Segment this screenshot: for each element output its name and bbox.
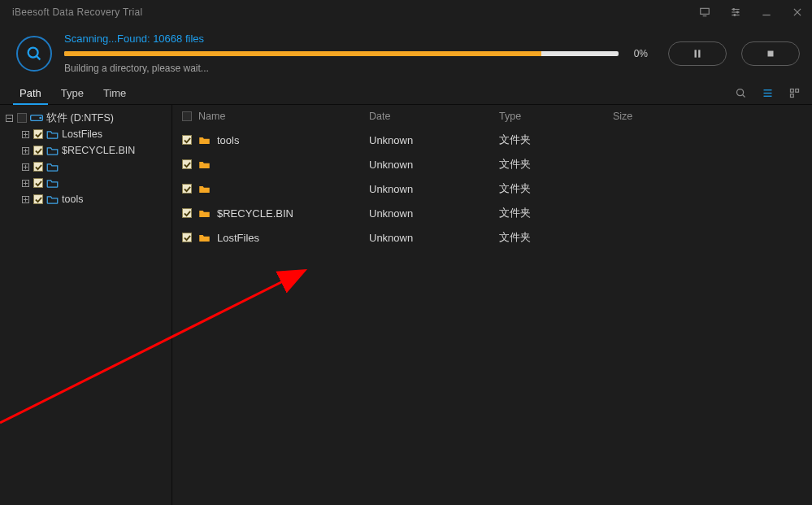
folder-icon	[198, 184, 211, 194]
tree-checkbox[interactable]	[33, 162, 43, 172]
list-item[interactable]: Unknown 文件夹	[172, 176, 812, 201]
row-type: 文件夹	[499, 181, 613, 196]
column-name[interactable]: Name	[198, 111, 225, 122]
settings-icon[interactable]	[729, 6, 742, 19]
svg-point-26	[40, 117, 41, 118]
tree-item[interactable]: tools	[3, 191, 168, 207]
tab-type-label: Type	[61, 87, 84, 99]
folder-icon	[46, 129, 59, 139]
tree-checkbox[interactable]	[33, 129, 43, 139]
tree-item[interactable]	[3, 175, 168, 191]
scan-progress-fill	[64, 51, 541, 56]
row-checkbox[interactable]	[182, 208, 192, 218]
scan-status-text: Scanning...Found: 10668 files	[64, 33, 648, 45]
expand-icon[interactable]	[21, 179, 30, 188]
row-checkbox[interactable]	[182, 184, 192, 194]
scan-progress-bar	[64, 51, 619, 56]
tree-item-label: $RECYCLE.BIN	[62, 145, 135, 156]
folder-icon	[46, 178, 59, 188]
folder-icon	[46, 162, 59, 172]
expand-icon[interactable]	[21, 195, 30, 204]
folder-icon	[198, 135, 211, 145]
export-icon[interactable]	[698, 6, 711, 19]
column-type[interactable]: Type	[499, 111, 613, 122]
tab-path-label: Path	[20, 87, 41, 99]
folder-icon	[46, 194, 59, 204]
search-icon[interactable]	[735, 87, 747, 99]
list-item[interactable]: $RECYCLE.BIN Unknown 文件夹	[172, 201, 812, 225]
row-checkbox[interactable]	[182, 135, 192, 145]
svg-rect-12	[695, 50, 697, 57]
svg-line-11	[37, 55, 40, 59]
row-name: LostFiles	[217, 232, 259, 244]
tree-checkbox[interactable]	[33, 178, 43, 188]
pause-button[interactable]	[668, 41, 727, 66]
svg-rect-0	[701, 8, 710, 14]
minimize-button[interactable]	[760, 6, 773, 19]
tree-root-checkbox[interactable]	[17, 113, 27, 123]
row-name: tools	[217, 134, 239, 146]
svg-point-5	[736, 11, 738, 13]
stop-button[interactable]	[741, 41, 800, 66]
list-item[interactable]: Unknown 文件夹	[172, 152, 812, 176]
svg-point-4	[733, 9, 735, 11]
expand-icon[interactable]	[21, 146, 30, 155]
expand-icon[interactable]	[21, 130, 30, 139]
tree-item-label: tools	[62, 194, 83, 205]
tree-checkbox[interactable]	[33, 146, 43, 155]
row-type: 文件夹	[499, 133, 613, 147]
row-date: Unknown	[369, 159, 499, 171]
column-date[interactable]: Date	[369, 111, 499, 122]
row-date: Unknown	[369, 183, 499, 195]
tree-item[interactable]: $RECYCLE.BIN	[3, 142, 168, 159]
row-type: 文件夹	[499, 206, 613, 220]
app-title: iBeesoft Data Recovery Trial	[12, 7, 142, 18]
view-list-icon[interactable]	[762, 87, 774, 99]
svg-point-6	[734, 15, 736, 16]
tree-item[interactable]: LostFiles	[3, 126, 168, 142]
svg-point-15	[737, 89, 744, 96]
row-name: $RECYCLE.BIN	[217, 207, 293, 220]
svg-rect-13	[698, 50, 700, 57]
row-date: Unknown	[369, 207, 499, 220]
folder-tree: 软件 (D:NTFS) LostFiles $RECYCLE.BIN	[0, 105, 172, 505]
tree-item-label: LostFiles	[62, 128, 102, 140]
row-checkbox[interactable]	[182, 233, 192, 242]
column-size[interactable]: Size	[613, 111, 812, 122]
svg-rect-22	[791, 94, 794, 98]
row-date: Unknown	[369, 232, 499, 244]
folder-icon	[198, 208, 211, 218]
row-date: Unknown	[369, 134, 499, 146]
close-button[interactable]	[791, 6, 804, 19]
collapse-icon[interactable]	[5, 114, 14, 123]
scan-progress-percent: 0%	[625, 48, 648, 59]
select-all-checkbox[interactable]	[182, 111, 192, 121]
tree-item[interactable]	[3, 159, 168, 175]
tree-root-label: 软件 (D:NTFS)	[46, 111, 114, 125]
svg-point-10	[28, 47, 38, 57]
svg-rect-14	[768, 50, 774, 56]
folder-icon	[198, 233, 211, 242]
folder-icon	[198, 159, 211, 169]
view-grid-icon[interactable]	[788, 87, 801, 99]
tab-type[interactable]: Type	[51, 82, 93, 104]
row-checkbox[interactable]	[182, 159, 192, 169]
scan-icon	[16, 36, 52, 72]
expand-icon[interactable]	[21, 163, 30, 172]
tab-path[interactable]: Path	[10, 82, 51, 104]
file-list: Name Date Type Size tools Unknown 文件夹 Un…	[172, 105, 812, 505]
svg-rect-20	[791, 89, 794, 93]
list-item[interactable]: tools Unknown 文件夹	[172, 128, 812, 152]
list-item[interactable]: LostFiles Unknown 文件夹	[172, 225, 812, 250]
tree-root[interactable]: 软件 (D:NTFS)	[3, 110, 168, 126]
folder-icon	[46, 146, 59, 155]
svg-line-16	[743, 95, 745, 98]
disk-icon	[30, 113, 43, 123]
tree-checkbox[interactable]	[33, 194, 43, 204]
tab-time-label: Time	[103, 87, 126, 99]
tab-time[interactable]: Time	[93, 82, 136, 104]
row-type: 文件夹	[499, 157, 613, 172]
scan-substatus-text: Building a directory, please wait...	[64, 63, 648, 74]
svg-rect-21	[796, 89, 799, 93]
row-type: 文件夹	[499, 230, 613, 245]
